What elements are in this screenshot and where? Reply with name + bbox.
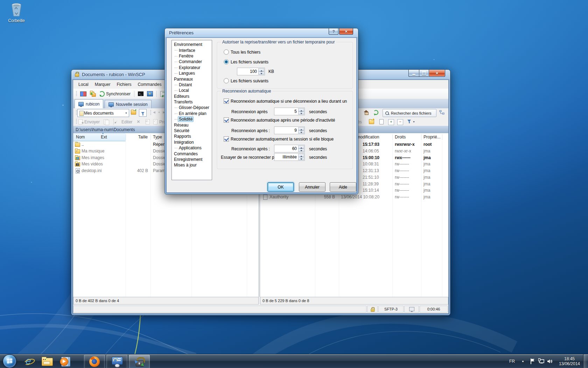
spinner-buttons[interactable] <box>258 68 264 75</box>
taskbar-clock[interactable]: 18:45 13/06/2014 <box>556 354 583 368</box>
edit-button[interactable]: Editer <box>121 120 132 124</box>
taskbar-item-app[interactable] <box>106 355 127 368</box>
checkbox-reconnect-stalled[interactable] <box>224 136 229 142</box>
refresh-remote-button[interactable] <box>373 110 378 115</box>
dialog-help-button[interactable]: ? <box>329 28 338 35</box>
filter-button[interactable] <box>139 109 147 117</box>
radio-all-files[interactable] <box>224 49 229 55</box>
tree-item[interactable]: Transferts <box>172 99 212 105</box>
filter-dropdown-icon[interactable]: ▼ <box>413 121 415 123</box>
tree-item[interactable]: Distant <box>172 82 212 88</box>
back-button[interactable]: ◄ <box>152 110 156 114</box>
swap-panels-button[interactable]: ⇅ <box>89 90 97 97</box>
spinner-buttons[interactable] <box>298 154 304 160</box>
start-button[interactable] <box>3 354 16 368</box>
preferences-tree[interactable]: Environnement Interface Fenêtre Commande… <box>172 40 212 180</box>
taskbar-item-internet-explorer[interactable]: e <box>21 355 36 368</box>
column-header-size[interactable]: Taille <box>126 133 149 141</box>
tree-item[interactable]: Explorateur <box>172 65 212 70</box>
tree-item[interactable]: Applications <box>172 145 212 151</box>
column-header-owner[interactable]: Proprié... <box>421 133 442 141</box>
reconnect-stalled-spin[interactable]: 60 <box>274 145 305 152</box>
toolbar-grip[interactable] <box>76 119 77 124</box>
tab-rubicon[interactable]: rubicon <box>75 99 103 108</box>
delete-button[interactable]: × <box>137 118 140 124</box>
tab-new-session[interactable]: Nouvelle session <box>105 100 152 108</box>
keep-reconnecting-spin[interactable]: Illimitée <box>274 153 305 161</box>
checkbox-reconnect-stalled-label[interactable]: Reconnecter automatiquement la session s… <box>231 137 334 142</box>
close-button[interactable]: × <box>429 70 445 77</box>
upload-button[interactable]: Envoyer <box>84 120 100 124</box>
tree-item[interactable]: Enregistrement <box>172 157 212 162</box>
show-hidden-icons-button[interactable]: ▲ <box>522 360 524 363</box>
commander-layout-button[interactable] <box>79 91 88 97</box>
expand-button[interactable]: + <box>388 119 394 125</box>
menu-fichiers[interactable]: Fichiers <box>113 81 134 88</box>
console-session-cell[interactable] <box>404 306 419 313</box>
threshold-spin[interactable]: 100 <box>237 68 265 75</box>
taskbar-item-media-player[interactable] <box>57 355 73 368</box>
radio-files-below-label[interactable]: Les fichiers suivants <box>231 79 268 83</box>
menu-local[interactable]: Local <box>75 81 92 88</box>
tree-item[interactable]: Interface <box>172 47 212 53</box>
radio-files-above-label[interactable]: Les fichiers suivants <box>231 60 268 64</box>
find-files-button[interactable]: Rechercher des fichiers <box>383 109 436 117</box>
checkbox-reconnect-transfer-label[interactable]: Reconnexion automatique si une déconnexi… <box>231 99 347 104</box>
collapse-button[interactable]: − <box>397 119 403 125</box>
tree-item[interactable]: Local <box>172 88 212 93</box>
column-header-rights[interactable]: Droits <box>392 133 421 141</box>
tree-item[interactable]: Mises à jour <box>172 162 212 168</box>
help-button[interactable]: Aide <box>330 182 356 192</box>
tree-item[interactable]: Intégration <box>172 139 212 145</box>
toolbar-grip[interactable] <box>76 91 77 97</box>
language-indicator[interactable]: FR <box>509 359 515 364</box>
reconnect-idle-spin[interactable]: 9 <box>274 127 305 134</box>
ok-button[interactable]: OK <box>267 182 294 192</box>
cancel-button[interactable]: Annuler <box>299 182 326 192</box>
taskbar-item-firefox[interactable] <box>84 355 105 368</box>
home-directory-button[interactable] <box>364 110 369 112</box>
network-icon[interactable] <box>538 358 545 366</box>
checkbox-reconnect-idle-label[interactable]: Reconnexion automatique après une périod… <box>231 118 335 123</box>
taskbar-item-winscp[interactable] <box>129 355 150 368</box>
tree-item[interactable]: Panneaux <box>172 76 212 82</box>
checkbox-reconnect-idle[interactable] <box>224 117 229 123</box>
toolbar-grip[interactable] <box>150 110 151 116</box>
tree-item[interactable]: Fenêtre <box>172 53 212 59</box>
maximize-button[interactable] <box>419 70 429 77</box>
column-header-name[interactable]: Nom Ext ▲ <box>73 133 126 142</box>
new-folder-button[interactable]: ✦ <box>369 119 374 126</box>
tree-item[interactable]: Réseau <box>172 122 212 128</box>
action-center-icon[interactable] <box>530 358 536 366</box>
menu-commandes[interactable]: Commandes <box>134 81 164 88</box>
radio-files-below[interactable] <box>224 78 229 83</box>
spinner-buttons[interactable] <box>298 108 304 115</box>
back-history-dropdown-icon[interactable]: ▼ <box>158 111 160 114</box>
tree-item[interactable]: Commandes <box>172 151 212 156</box>
tree-item[interactable]: En arrière plan <box>172 111 212 116</box>
volume-icon[interactable] <box>547 358 554 366</box>
spinner-buttons[interactable] <box>298 145 304 152</box>
taskbar-item-explorer[interactable] <box>39 355 55 368</box>
file-row[interactable]: .Xauthority 558 B 13/06/2014 10:08:20 rw… <box>260 194 448 200</box>
checkbox-reconnect-transfer[interactable] <box>224 98 229 104</box>
reconnect-after-spin[interactable]: 5 <box>274 108 305 115</box>
console-button[interactable]: >_ <box>136 91 145 97</box>
spinner-buttons[interactable] <box>298 127 304 134</box>
synchronize-button[interactable]: Synchroniser <box>98 90 132 97</box>
directory-tree-button[interactable] <box>439 110 445 117</box>
tree-item[interactable]: Langues <box>172 70 212 76</box>
tree-item-solidite-selected[interactable]: Solidité <box>172 116 212 122</box>
radio-all-files-label[interactable]: Tous les fichiers <box>231 50 260 55</box>
radio-files-above[interactable] <box>224 59 229 64</box>
tree-item[interactable]: Commander <box>172 59 212 64</box>
encryption-cell[interactable] <box>367 306 378 313</box>
recycle-bin[interactable]: Corbeille <box>4 2 29 27</box>
toolbar-grip[interactable] <box>76 110 77 116</box>
tree-item[interactable]: Sécurité <box>172 128 212 134</box>
tree-item[interactable]: Glisser-Déposer <box>172 105 212 110</box>
menu-marquer[interactable]: Marquer <box>92 81 114 88</box>
minimize-button[interactable] <box>408 70 419 77</box>
directory-combo[interactable]: Mes documents ▼ <box>77 109 129 117</box>
remote-filter-button[interactable] <box>407 120 411 122</box>
